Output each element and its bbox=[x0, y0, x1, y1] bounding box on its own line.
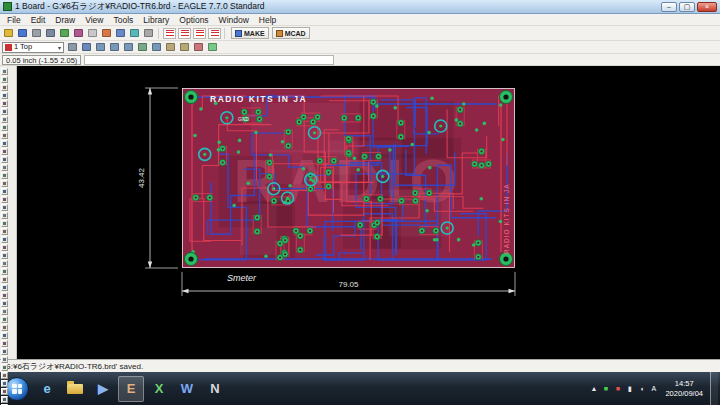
window-refresh-icon[interactable] bbox=[114, 27, 127, 39]
signal-tool[interactable] bbox=[1, 340, 8, 347]
menu-tools[interactable]: Tools bbox=[108, 14, 138, 25]
close-button[interactable]: × bbox=[697, 2, 717, 12]
attribute-tool[interactable] bbox=[1, 356, 8, 363]
rotate-tool[interactable] bbox=[1, 124, 8, 131]
network-icon[interactable]: ▮ bbox=[625, 385, 634, 392]
value-tool[interactable] bbox=[1, 220, 8, 227]
script-icon[interactable] bbox=[86, 27, 99, 39]
show-desktop-button[interactable] bbox=[710, 372, 718, 405]
maximize-button[interactable]: ▢ bbox=[679, 2, 695, 12]
command-line-input[interactable] bbox=[84, 55, 334, 65]
undo-icon[interactable] bbox=[164, 41, 177, 53]
layer-dropdown[interactable]: 1 Top ▾ bbox=[2, 42, 64, 53]
name-tool[interactable] bbox=[1, 212, 8, 219]
zoom-in-icon[interactable] bbox=[108, 41, 121, 53]
zoom-select-icon[interactable] bbox=[150, 41, 163, 53]
route-tool[interactable] bbox=[1, 268, 8, 275]
meander-tool[interactable] bbox=[1, 260, 8, 267]
dimension-tool[interactable] bbox=[1, 364, 8, 371]
erc-tool[interactable] bbox=[1, 388, 8, 395]
text-tool[interactable] bbox=[1, 292, 8, 299]
mirror-tool[interactable] bbox=[1, 116, 8, 123]
word-icon[interactable]: W bbox=[174, 376, 200, 402]
grid-icon[interactable] bbox=[66, 41, 79, 53]
library-icon[interactable] bbox=[72, 27, 85, 39]
zoom-out-icon[interactable] bbox=[122, 41, 135, 53]
change-tool[interactable] bbox=[1, 140, 8, 147]
ime-mode-indicator[interactable]: A bbox=[649, 385, 658, 392]
ratsnest-tool[interactable] bbox=[1, 372, 8, 379]
rect-tool[interactable] bbox=[1, 316, 8, 323]
delete-tool[interactable] bbox=[1, 164, 8, 171]
layer-display-icon[interactable] bbox=[80, 41, 93, 53]
run-ulp-icon[interactable] bbox=[100, 27, 113, 39]
ulp-button-4[interactable] bbox=[208, 28, 221, 39]
mark-tool[interactable] bbox=[1, 92, 8, 99]
undo-icon[interactable] bbox=[128, 27, 141, 39]
excel-icon[interactable]: X bbox=[146, 376, 172, 402]
go-icon[interactable] bbox=[206, 41, 219, 53]
info-tool[interactable] bbox=[1, 68, 8, 75]
menu-window[interactable]: Window bbox=[214, 14, 254, 25]
board-schematic-switch-icon[interactable] bbox=[58, 27, 71, 39]
move-tool[interactable] bbox=[1, 100, 8, 107]
mcad-button[interactable]: MCAD bbox=[272, 27, 310, 39]
eagle-app-icon[interactable]: E bbox=[118, 376, 144, 402]
redo-icon[interactable] bbox=[178, 41, 191, 53]
menu-view[interactable]: View bbox=[80, 14, 108, 25]
hole-tool[interactable] bbox=[1, 348, 8, 355]
pinswap-tool[interactable] bbox=[1, 180, 8, 187]
print-icon[interactable] bbox=[30, 27, 43, 39]
drc-tool[interactable] bbox=[1, 396, 8, 403]
volume-icon[interactable]: ◖ bbox=[637, 385, 646, 392]
unlock-tool[interactable] bbox=[1, 204, 8, 211]
polygon-tool[interactable] bbox=[1, 324, 8, 331]
zoom-fit-icon[interactable] bbox=[94, 41, 107, 53]
ulp-button-2[interactable] bbox=[178, 28, 191, 39]
ulp-button-3[interactable] bbox=[193, 28, 206, 39]
tray-app-red-icon[interactable]: ■ bbox=[613, 385, 622, 392]
save-icon[interactable] bbox=[16, 27, 29, 39]
split-tool[interactable] bbox=[1, 244, 8, 251]
miter-tool[interactable] bbox=[1, 236, 8, 243]
lock-tool[interactable] bbox=[1, 196, 8, 203]
arc-tool[interactable] bbox=[1, 308, 8, 315]
minimize-button[interactable]: – bbox=[661, 2, 677, 12]
cam-processor-icon[interactable] bbox=[44, 27, 57, 39]
ripup-tool[interactable] bbox=[1, 276, 8, 283]
show-tool[interactable] bbox=[1, 76, 8, 83]
open-file-icon[interactable] bbox=[2, 27, 15, 39]
hidden-icons-chevron[interactable]: ▲ bbox=[589, 385, 598, 392]
menu-help[interactable]: Help bbox=[254, 14, 281, 25]
zoom-redraw-icon[interactable] bbox=[136, 41, 149, 53]
stop-icon[interactable] bbox=[192, 41, 205, 53]
make-button[interactable]: MAKE bbox=[231, 27, 269, 39]
auto-tool[interactable] bbox=[1, 380, 8, 387]
copy-tool[interactable] bbox=[1, 108, 8, 115]
display-tool[interactable] bbox=[1, 84, 8, 91]
menu-draw[interactable]: Draw bbox=[50, 14, 80, 25]
media-player-icon[interactable]: ▶ bbox=[90, 376, 116, 402]
optimize-tool[interactable] bbox=[1, 252, 8, 259]
start-button[interactable] bbox=[5, 377, 29, 401]
paste-tool[interactable] bbox=[1, 156, 8, 163]
smash-tool[interactable] bbox=[1, 228, 8, 235]
internet-explorer-icon[interactable]: e bbox=[34, 376, 60, 402]
redo-icon[interactable] bbox=[142, 27, 155, 39]
tray-app-green-icon[interactable]: ■ bbox=[601, 385, 610, 392]
menu-options[interactable]: Options bbox=[174, 14, 213, 25]
notepad-icon[interactable]: N bbox=[202, 376, 228, 402]
group-tool[interactable] bbox=[1, 132, 8, 139]
ulp-button-1[interactable] bbox=[163, 28, 176, 39]
replace-tool[interactable] bbox=[1, 188, 8, 195]
explorer-folder-icon[interactable] bbox=[62, 376, 88, 402]
add-tool[interactable] bbox=[1, 172, 8, 179]
menu-library[interactable]: Library bbox=[138, 14, 174, 25]
wire-tool[interactable] bbox=[1, 284, 8, 291]
menu-edit[interactable]: Edit bbox=[26, 14, 51, 25]
board-canvas-area[interactable]: RADIORADIO KITS IN JAGNDRADIO KITS IN JA… bbox=[17, 66, 720, 359]
menu-file[interactable]: File bbox=[2, 14, 26, 25]
circle-tool[interactable] bbox=[1, 300, 8, 307]
pcb-drawing[interactable]: RADIORADIO KITS IN JAGNDRADIO KITS IN JA… bbox=[17, 66, 719, 359]
taskbar-clock[interactable]: 14:57 2020/09/04 bbox=[660, 379, 708, 399]
